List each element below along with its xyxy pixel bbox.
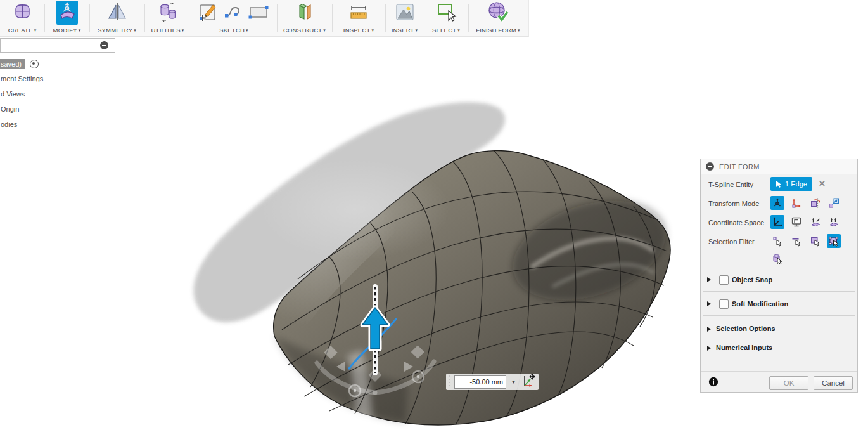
- coordinate-world-button[interactable]: [770, 215, 784, 229]
- dialog-collapse-icon[interactable]: [706, 162, 714, 171]
- tree-item-document-settings[interactable]: ment Settings: [0, 74, 46, 84]
- radio-icon: [30, 60, 39, 68]
- finish-form-icon[interactable]: [487, 1, 509, 26]
- collapse-icon[interactable]: [100, 41, 108, 49]
- create-sketch-icon[interactable]: [197, 1, 219, 26]
- activate-document-radio[interactable]: [27, 58, 41, 69]
- distance-dropdown-button[interactable]: ▼: [509, 376, 518, 388]
- text-caret-icon: [112, 42, 112, 49]
- tree-item-label[interactable]: d Views: [0, 89, 28, 99]
- construct-icon[interactable]: [294, 1, 316, 26]
- object-snap-checkbox[interactable]: [719, 275, 729, 285]
- distance-input-widget[interactable]: -50.00 mm ▼: [446, 374, 539, 390]
- tspline-entity-selection-button[interactable]: 1 Edge: [770, 177, 812, 191]
- edit-form-dialog: EDIT FORM T-Spline Entity 1 Edge ✕ Trans…: [700, 159, 858, 393]
- object-snap-expand-arrow[interactable]: [707, 277, 711, 282]
- modify-icon[interactable]: [56, 1, 78, 25]
- finish-form-menu-label[interactable]: FINISH FORM▾: [468, 27, 528, 34]
- create-icon[interactable]: [11, 1, 33, 26]
- input-caret: [504, 378, 504, 386]
- symmetry-icon[interactable]: [106, 1, 128, 26]
- info-icon[interactable]: [708, 377, 718, 388]
- toolbar-group-symmetry[interactable]: SYMMETRY▾: [89, 0, 144, 36]
- numerical-inputs-label: Numerical Inputs: [716, 344, 772, 351]
- tree-item-label[interactable]: Origin: [0, 104, 22, 114]
- selection-filter-label: Selection Filter: [708, 238, 755, 245]
- toolbar-group-insert[interactable]: INSERT▾: [385, 0, 424, 36]
- tree-item-bodies[interactable]: odies: [0, 119, 20, 129]
- symmetry-menu-label[interactable]: SYMMETRY▾: [89, 27, 144, 34]
- soft-modification-label: Soft Modification: [732, 300, 788, 308]
- tree-item-label[interactable]: ment Settings: [0, 74, 46, 84]
- dropdown-caret-icon: ▾: [518, 28, 520, 32]
- filter-tspline-body-button[interactable]: [770, 252, 784, 266]
- cancel-button[interactable]: Cancel: [814, 376, 853, 390]
- tree-item-origin[interactable]: Origin: [0, 104, 22, 114]
- select-menu-label[interactable]: SELECT▾: [424, 27, 468, 34]
- dropdown-caret-icon: ▾: [182, 28, 184, 32]
- transform-scale-button[interactable]: [827, 196, 841, 210]
- selection-options-expand-arrow[interactable]: [707, 327, 711, 332]
- filter-edge-button[interactable]: [789, 234, 803, 248]
- filter-body-button[interactable]: [827, 234, 841, 248]
- sketch-menu-label[interactable]: SKETCH▾: [191, 27, 277, 34]
- document-name-label[interactable]: saved): [0, 59, 25, 69]
- coordinate-selection-button[interactable]: [827, 215, 841, 229]
- tree-item-label[interactable]: odies: [0, 119, 20, 129]
- filter-vertex-button[interactable]: [770, 234, 784, 248]
- toolbar-group-utilities[interactable]: UTILITIES▾: [144, 0, 191, 36]
- toolbar-group-modify[interactable]: MODIFY▾: [44, 0, 89, 36]
- collapsed-panel-bar[interactable]: [0, 38, 115, 53]
- transform-triad-button[interactable]: [770, 196, 784, 210]
- coordinate-view-button[interactable]: [789, 215, 803, 229]
- distance-value: -50.00 mm: [469, 378, 503, 386]
- toolbar-group-inspect[interactable]: INSPECT▾: [332, 0, 385, 36]
- tspline-entity-label: T-Spline Entity: [708, 181, 753, 188]
- divider: [703, 315, 855, 316]
- inspect-icon[interactable]: [348, 1, 369, 26]
- toolbar-group-sketch[interactable]: SKETCH▾: [191, 0, 277, 36]
- manipulator-orientation-icon[interactable]: [521, 373, 536, 391]
- distance-input[interactable]: -50.00 mm: [454, 375, 506, 389]
- dropdown-caret-icon: ▾: [79, 28, 81, 32]
- select-icon[interactable]: [435, 1, 457, 26]
- clear-selection-button[interactable]: ✕: [819, 179, 826, 188]
- construct-menu-label[interactable]: CONSTRUCT▾: [277, 27, 332, 34]
- create-menu-label[interactable]: CREATE▾: [0, 27, 44, 34]
- entity-count-label: 1 Edge: [785, 180, 807, 188]
- inspect-menu-label[interactable]: INSPECT▾: [332, 27, 385, 34]
- spline-icon[interactable]: [223, 1, 243, 26]
- selection-options-label: Selection Options: [716, 325, 775, 332]
- toolbar-group-create[interactable]: CREATE▾: [0, 0, 44, 36]
- utilities-icon[interactable]: [157, 1, 179, 26]
- numerical-inputs-expand-arrow[interactable]: [707, 346, 711, 351]
- filter-face-button[interactable]: [808, 234, 822, 248]
- dropdown-caret-icon: ▾: [416, 28, 418, 32]
- ribbon-toolbar: CREATE▾ MODIFY▾ SYMMETRY▾: [0, 0, 529, 37]
- dropdown-caret-icon: ▾: [323, 28, 326, 32]
- utilities-menu-label[interactable]: UTILITIES▾: [144, 27, 191, 34]
- tree-item-named-views[interactable]: d Views: [0, 89, 28, 99]
- insert-icon[interactable]: [394, 1, 416, 26]
- ok-button[interactable]: OK: [769, 376, 808, 390]
- dropdown-caret-icon: ▾: [246, 28, 248, 32]
- coordinate-local-button[interactable]: [808, 215, 822, 229]
- dropdown-caret-icon: ▾: [371, 28, 374, 32]
- dialog-header[interactable]: EDIT FORM: [701, 159, 857, 174]
- modify-menu-label[interactable]: MODIFY▾: [44, 27, 89, 34]
- divider: [703, 291, 855, 292]
- transform-rotate-button[interactable]: [808, 196, 822, 210]
- soft-modification-checkbox[interactable]: [719, 299, 729, 309]
- soft-modification-expand-arrow[interactable]: [707, 301, 711, 306]
- object-snap-label: Object Snap: [732, 276, 772, 284]
- insert-menu-label[interactable]: INSERT▾: [385, 27, 424, 34]
- drag-handle-icon[interactable]: [448, 375, 452, 388]
- toolbar-group-finish-form[interactable]: FINISH FORM▾: [468, 0, 528, 36]
- cursor-icon: [775, 180, 782, 188]
- dialog-title: EDIT FORM: [719, 163, 760, 171]
- rectangle-sketch-icon[interactable]: [248, 1, 271, 26]
- toolbar-group-construct[interactable]: CONSTRUCT▾: [277, 0, 332, 36]
- transform-translate-button[interactable]: [789, 196, 803, 210]
- toolbar-group-select[interactable]: SELECT▾: [424, 0, 468, 36]
- tree-item-document[interactable]: saved): [0, 58, 41, 69]
